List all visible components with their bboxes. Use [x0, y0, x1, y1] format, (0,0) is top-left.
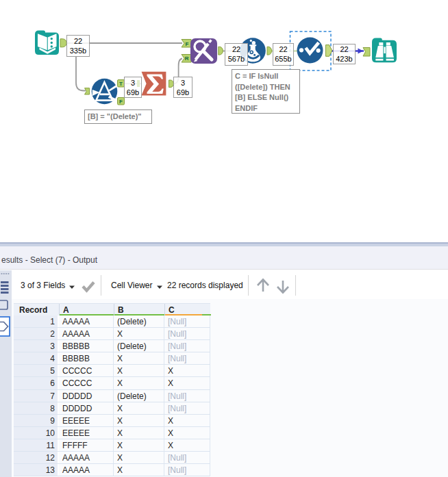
svg-text:R: R: [185, 55, 189, 62]
svg-text:F: F: [186, 41, 189, 47]
svg-text:T: T: [119, 81, 123, 87]
svg-text:F: F: [119, 99, 123, 105]
